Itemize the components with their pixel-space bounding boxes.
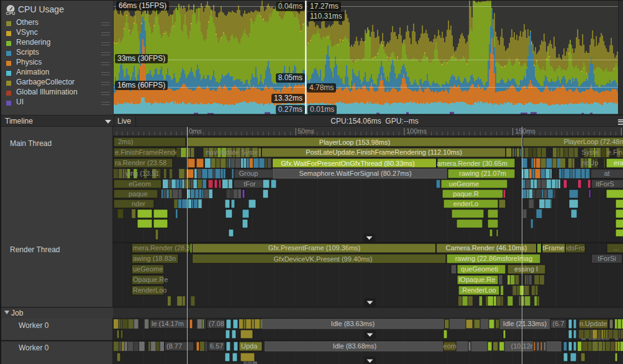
svg-text:eGeom: eGeom: [129, 180, 151, 188]
svg-text:Gfx.PresentFrame (109.36ms): Gfx.PresentFrame (109.36ms): [268, 244, 361, 252]
svg-text:ueGeome: ueGeome: [133, 265, 163, 273]
svg-text:at: at: [604, 170, 609, 177]
svg-text:awing (18.83n: awing (18.83n: [133, 255, 176, 262]
svg-text:ving (13.51: ving (13.51: [125, 170, 159, 177]
svg-text:navUpdate: navUpdate: [206, 148, 239, 156]
svg-text:PostLateUpdate.FinishFrameRend: PostLateUpdate.FinishFrameRendering (112…: [306, 148, 462, 156]
svg-text:PlayerLoop (72.48m: PlayerLoop (72.48m: [563, 138, 623, 145]
svg-text:tForSi: tForSi: [598, 255, 616, 262]
svg-text:era: era: [614, 159, 623, 166]
svg-text:le (14.17m: le (14.17m: [152, 320, 184, 327]
svg-text:tFor: tFor: [243, 180, 256, 188]
svg-text:ra.Render (23.58: ra.Render (23.58: [115, 159, 166, 166]
svg-text:Job: Job: [11, 309, 24, 317]
svg-text:queGeometi: queGeometi: [461, 265, 498, 273]
svg-text:150ms: 150ms: [515, 127, 536, 135]
svg-text:itForS: itForS: [596, 180, 614, 188]
svg-text:eom: eom: [443, 342, 456, 350]
svg-text:idsFro: idsFro: [566, 244, 585, 252]
svg-text:n.Update: n.Update: [580, 320, 607, 327]
svg-text:tFrame: tFrame: [543, 244, 565, 252]
svg-text:Camera.Render (46.10ms): Camera.Render (46.10ms): [446, 244, 527, 252]
svg-text:amera.Render (30.65m: amera.Render (30.65m: [437, 160, 507, 167]
svg-text:e.Fin: e.Fin: [607, 148, 622, 156]
svg-text:ueGeome: ueGeome: [449, 180, 479, 188]
svg-text:nder: nder: [132, 200, 145, 207]
svg-text:rawing (22.86msforeImag: rawing (22.86msforeImag: [455, 255, 533, 262]
svg-text:RenderLoo: RenderLoo: [133, 286, 166, 294]
svg-text:e.FinishFrameRende: e.FinishFrameRende: [115, 148, 179, 156]
svg-text:ndUp: ndUp: [582, 159, 598, 166]
svg-text:rawing (21.07m: rawing (21.07m: [459, 170, 506, 177]
svg-text:GfxDeviceVK.Present (99.40ms): GfxDeviceVK.Present (99.40ms): [274, 255, 373, 263]
svg-text:enderLo: enderLo: [453, 200, 478, 207]
svg-text:0ms: 0ms: [189, 127, 202, 135]
svg-text:Gfx.WaitForPresentOnGfxThread: Gfx.WaitForPresentOnGfxThread (80.33ms): [281, 160, 414, 167]
svg-text:Idle (83.63ms): Idle (83.63ms): [331, 320, 375, 327]
svg-text:lOpaque.Re: lOpaque.Re: [459, 276, 496, 283]
svg-text:Idle (83.68ms): Idle (83.68ms): [333, 342, 376, 350]
svg-text:Opaque.Re: Opaque.Re: [133, 276, 168, 283]
svg-text:Group: Group: [239, 170, 258, 177]
svg-text:PlayerLoop (153.98ms): PlayerLoop (153.98ms): [319, 139, 390, 146]
svg-text:Upda: Upda: [241, 342, 258, 350]
svg-text:(6.7: (6.7: [553, 320, 565, 327]
svg-text:2ms): 2ms): [118, 138, 133, 145]
svg-text:Syste: Syste: [581, 148, 599, 156]
svg-text:Semaphore.WaitForSignal (80.27: Semaphore.WaitForSignal (80.27ms): [299, 170, 411, 177]
svg-text:.RenderLoo: .RenderLoo: [460, 286, 496, 294]
svg-text:paque: paque: [129, 190, 148, 198]
svg-text:Idle (21.33ms): Idle (21.33ms): [503, 320, 547, 327]
svg-text:mera.Render (28.34n: mera.Render (28.34n: [133, 244, 198, 252]
svg-text:...: ...: [613, 244, 619, 252]
svg-text:Syste: Syste: [241, 148, 258, 156]
svg-text:50ms: 50ms: [298, 127, 314, 135]
svg-text:paque.R: paque.R: [453, 190, 479, 198]
svg-text:6.57: 6.57: [210, 342, 223, 350]
svg-text:(7.08: (7.08: [209, 320, 224, 327]
svg-text:essing I: essing I: [514, 265, 538, 273]
svg-text:100ms: 100ms: [406, 127, 427, 135]
svg-text:(8.77: (8.77: [166, 342, 182, 350]
